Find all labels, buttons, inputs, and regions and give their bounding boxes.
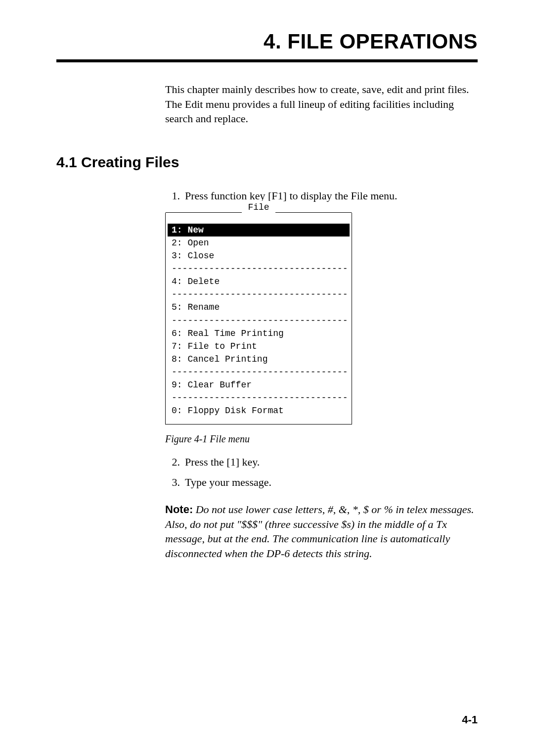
step-list: 1. Press function key [F1] to display th… <box>165 189 478 204</box>
note: Note: Do not use lower case letters, #, … <box>165 502 478 561</box>
section-title: 4.1 Creating Files <box>56 154 478 171</box>
figure-file-menu: File 1: New 2: Open 3: Close -----------… <box>165 213 478 425</box>
note-label: Note: <box>165 503 193 516</box>
chapter-title: 4. FILE OPERATIONS <box>56 30 478 53</box>
file-menu-box: File 1: New 2: Open 3: Close -----------… <box>165 213 352 425</box>
menu-item-file-to-print[interactable]: 7: File to Print <box>171 340 347 353</box>
menu-item-clear-buffer[interactable]: 9: Clear Buffer <box>171 378 347 391</box>
step-number: 1. <box>165 189 185 204</box>
step-number: 2. <box>165 455 185 470</box>
note-body: Do not use lower case letters, #, &, *, … <box>165 503 474 560</box>
menu-label: File <box>242 201 275 214</box>
step-text: Press function key [F1] to display the F… <box>185 189 478 204</box>
step-3: 3. Type your message. <box>165 475 478 490</box>
menu-item-open[interactable]: 2: Open <box>171 236 347 249</box>
step-text: Press the [1] key. <box>185 455 478 470</box>
menu-divider: ----------------------------------------… <box>171 391 347 404</box>
step-text: Type your message. <box>185 475 478 490</box>
menu-divider: ----------------------------------------… <box>171 288 347 301</box>
step-1: 1. Press function key [F1] to display th… <box>165 189 478 204</box>
menu-divider: ----------------------------------------… <box>171 314 347 327</box>
menu-item-close[interactable]: 3: Close <box>171 249 347 262</box>
page-number: 4-1 <box>462 713 478 726</box>
menu-divider: ----------------------------------------… <box>171 262 347 275</box>
menu-item-real-time-printing[interactable]: 6: Real Time Printing <box>171 327 347 340</box>
figure-caption: Figure 4-1 File menu <box>165 433 478 445</box>
chapter-intro: This chapter mainly describes how to cre… <box>165 82 478 126</box>
menu-item-new[interactable]: 1: New <box>168 224 350 236</box>
title-rule <box>56 59 478 62</box>
step-number: 3. <box>165 475 185 490</box>
page: 4. FILE OPERATIONS This chapter mainly d… <box>0 0 534 756</box>
step-list-continued: 2. Press the [1] key. 3. Type your messa… <box>165 455 478 490</box>
menu-item-cancel-printing[interactable]: 8: Cancel Printing <box>171 353 347 366</box>
menu-item-floppy-disk-format[interactable]: 0: Floppy Disk Format <box>171 404 347 417</box>
step-2: 2. Press the [1] key. <box>165 455 478 470</box>
menu-item-rename[interactable]: 5: Rename <box>171 301 347 314</box>
menu-divider: ----------------------------------------… <box>171 366 347 378</box>
menu-item-delete[interactable]: 4: Delete <box>171 275 347 288</box>
